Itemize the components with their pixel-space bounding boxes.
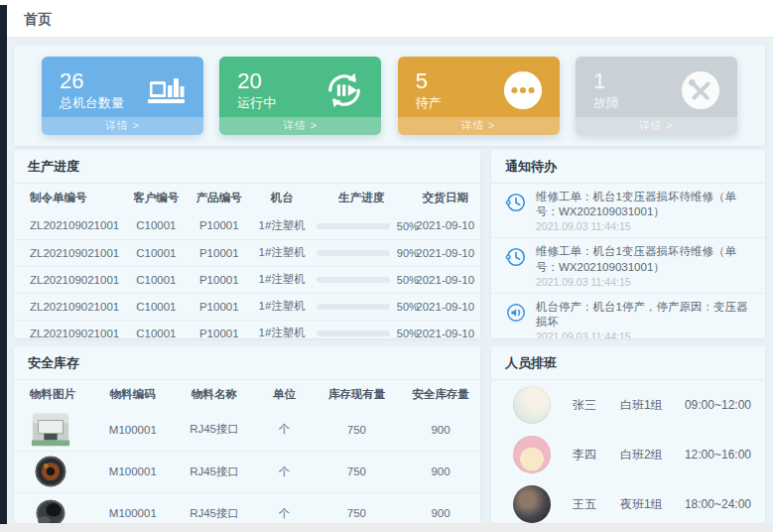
unit-cell: 个 (256, 451, 312, 492)
rj45-connector-image (30, 412, 71, 448)
schedule-row[interactable]: 王五夜班1组18:00~24:00 (491, 479, 765, 523)
notification-item[interactable]: 维修工单：机台1变压器损坏待维修（单号：WX202109031001）2021.… (491, 238, 765, 293)
order-no-cell: ZL202109021001 (14, 266, 126, 293)
stat-card-detail-link[interactable]: 详情 > (219, 117, 381, 135)
safety-stock-panel: 安全库存 物料图片物料编码物料名称单位库存现有量安全库存量 M100001RJ4… (14, 346, 480, 523)
material-image-cell (14, 409, 93, 451)
customer-no-cell: C10001 (126, 293, 187, 320)
round-speaker-image (30, 454, 71, 489)
staff-schedule-list: 张三白班1组09:00~12:00李四白班2组12:00~16:00王五夜班1组… (491, 380, 765, 523)
production-row[interactable]: ZL202109021001C10001P100011#注塑机50%2021-0… (14, 293, 480, 320)
avatar (513, 485, 551, 523)
machine-cell: 1#注塑机 (252, 320, 313, 338)
progress-track (317, 223, 390, 229)
inventory-col-header: 安全库存量 (401, 380, 480, 409)
staff-name: 王五 (573, 496, 620, 513)
notification-time: 2021.09.03 11:44:15 (536, 220, 753, 232)
progress-track (317, 250, 390, 256)
production-row[interactable]: ZL202109021001C10001P100011#注塑机50%2021-0… (14, 266, 480, 293)
notification-time: 2021.09.03 11:44:15 (536, 276, 753, 288)
shift-label: 白班1组 (620, 397, 685, 414)
staff-name: 张三 (573, 397, 620, 414)
product-no-cell: P10001 (187, 239, 252, 266)
stat-card-body: 5待产 (398, 57, 560, 117)
stat-card-detail-link[interactable]: 详情 > (42, 117, 203, 135)
production-row[interactable]: ZL202109021001C10001P100011#注塑机50%2021-0… (14, 320, 480, 338)
inventory-row[interactable]: M100001RJ45接口个750900 (14, 492, 480, 523)
notification-list: 维修工单：机台1变压器损坏待维修（单号：WX202109031001）2021.… (491, 184, 765, 338)
avatar (513, 436, 551, 473)
machine-cell: 1#注塑机 (252, 266, 313, 293)
progress-track (317, 304, 390, 310)
notification-body: 机台停产：机台1停产，停产原因：变压器损坏2021.09.03 11:44:15 (536, 300, 753, 338)
stat-card-label: 待产 (416, 94, 442, 112)
production-col-header: 客户编号 (126, 184, 187, 212)
stat-card-label: 故障 (593, 94, 619, 112)
customer-no-cell: C10001 (126, 239, 187, 266)
stock-qty-cell: 750 (313, 409, 401, 451)
inventory-col-header: 物料图片 (14, 380, 93, 409)
production-col-header: 交货日期 (410, 184, 480, 212)
material-image-cell (14, 451, 93, 492)
stat-card-detail-link[interactable]: 详情 > (576, 117, 737, 135)
safety-qty-cell: 900 (401, 451, 480, 492)
stat-card-value: 1 (593, 67, 619, 95)
safety-stock-panel-title: 安全库存 (14, 346, 480, 380)
stat-card-text: 5待产 (416, 67, 442, 113)
stat-card-body: 26总机台数量 (42, 57, 203, 117)
avatar (513, 386, 551, 424)
notification-item[interactable]: 维修工单：机台1变压器损坏待维修（单号：WX202109031001）2021.… (491, 184, 765, 238)
delivery-date-cell: 2021-09-10 (410, 320, 480, 338)
horizontal-scrollbar[interactable] (0, 524, 773, 532)
notification-body: 维修工单：机台1变压器损坏待维修（单号：WX202109031001）2021.… (536, 244, 753, 287)
production-row[interactable]: ZL202109021001C10001P100011#注塑机90%2021-0… (14, 239, 480, 266)
notification-icon-wrap (505, 190, 527, 232)
stat-card-text: 1故障 (593, 67, 619, 113)
progress-track (317, 331, 390, 336)
progress-bar: 50% (317, 220, 419, 232)
notification-item[interactable]: 机台停产：机台1停产，停产原因：变压器损坏2021.09.03 11:44:15 (491, 294, 765, 338)
running-icon (323, 69, 365, 111)
production-row[interactable]: ZL202109021001C10001P100011#注塑机50%2021-0… (14, 212, 480, 239)
progress-bar: 50% (317, 328, 419, 338)
shift-label: 夜班1组 (620, 496, 685, 513)
progress-bar: 50% (317, 301, 419, 313)
schedule-row[interactable]: 李四白班2组12:00~16:00 (491, 430, 765, 479)
staff-schedule-panel: 人员排班 张三白班1组09:00~12:00李四白班2组12:00~16:00王… (491, 346, 765, 523)
progress-cell: 50% (313, 320, 411, 338)
inventory-row[interactable]: M100001RJ45接口个750900 (14, 451, 480, 492)
stat-card-running[interactable]: 20运行中详情 > (219, 57, 381, 135)
stat-card-icon-wrap (323, 69, 365, 111)
machine-cell: 1#注塑机 (252, 212, 313, 239)
production-col-header: 产品编号 (187, 184, 252, 212)
stat-card-fault[interactable]: 1故障详情 > (576, 57, 737, 135)
product-no-cell: P10001 (187, 293, 252, 320)
material-code-cell: M100001 (93, 409, 173, 451)
dashboard-content: 26总机台数量详情 >20运行中详情 >5待产详情 >1故障详情 > 生产进度 … (7, 38, 773, 524)
inventory-col-header: 物料名称 (173, 380, 257, 409)
notification-text: 机台停产：机台1停产，停产原因：变压器损坏 (536, 300, 753, 330)
progress-cell: 50% (313, 293, 411, 320)
staff-schedule-panel-title: 人员排班 (491, 346, 765, 380)
stat-card-detail-link[interactable]: 详情 > (398, 117, 560, 135)
shift-time: 18:00~24:00 (685, 497, 751, 511)
safety-qty-cell: 900 (401, 409, 480, 451)
stat-card-total-machines[interactable]: 26总机台数量详情 > (42, 57, 203, 135)
production-col-header: 生产进度 (313, 184, 411, 212)
stat-card-waiting[interactable]: 5待产详情 > (398, 57, 560, 135)
inventory-row[interactable]: M100001RJ45接口个750900 (14, 409, 480, 451)
delivery-date-cell: 2021-09-10 (410, 212, 480, 239)
machine-icon (147, 75, 187, 105)
material-name-cell: RJ45接口 (173, 492, 257, 523)
order-no-cell: ZL202109021001 (14, 293, 126, 320)
shift-time: 12:00~16:00 (685, 448, 751, 462)
inventory-col-header: 物料编码 (93, 380, 173, 409)
schedule-row[interactable]: 张三白班1组09:00~12:00 (491, 380, 765, 430)
progress-bar: 50% (317, 274, 419, 286)
notification-text: 维修工单：机台1变压器损坏待维修（单号：WX202109031001） (536, 190, 753, 219)
clock-icon (505, 246, 527, 268)
order-no-cell: ZL202109021001 (14, 239, 126, 266)
notification-icon-wrap (505, 300, 527, 338)
stat-card-icon-wrap (146, 69, 188, 111)
delivery-date-cell: 2021-09-10 (410, 293, 480, 320)
